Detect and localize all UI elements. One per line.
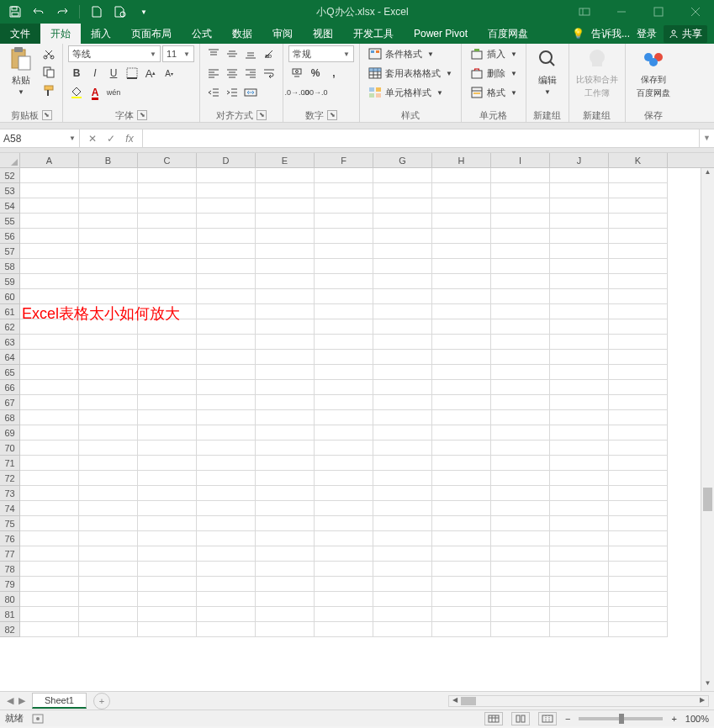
cell[interactable] (79, 577, 138, 592)
cell[interactable] (79, 501, 138, 516)
cell[interactable] (432, 168, 491, 183)
cell[interactable] (373, 289, 432, 304)
italic-button[interactable]: I (87, 65, 103, 82)
zoom-out-button[interactable]: − (565, 714, 570, 724)
cell[interactable] (373, 304, 432, 319)
tab-home[interactable]: 开始 (40, 24, 81, 44)
sheet-nav-prev-icon[interactable]: ◀ (7, 695, 13, 706)
align-top-icon[interactable] (205, 45, 222, 62)
cell[interactable] (491, 607, 550, 622)
cell[interactable] (373, 335, 432, 350)
maximize-icon[interactable] (640, 0, 677, 24)
cell[interactable] (550, 471, 609, 486)
cell[interactable] (20, 289, 79, 304)
tab-power-pivot[interactable]: Power Pivot (404, 24, 478, 44)
cell[interactable] (197, 380, 256, 395)
row-header[interactable]: 77 (0, 546, 20, 562)
cell[interactable] (138, 365, 197, 380)
cell[interactable] (256, 456, 315, 471)
cell[interactable] (491, 501, 550, 516)
row-header[interactable]: 62 (0, 319, 20, 335)
cell[interactable] (20, 471, 79, 486)
cell[interactable] (609, 516, 668, 531)
row-header[interactable]: 76 (0, 531, 20, 546)
decrease-indent-icon[interactable] (205, 84, 222, 101)
cell[interactable] (79, 198, 138, 214)
cell[interactable] (79, 607, 138, 622)
cell[interactable] (373, 319, 432, 335)
cell[interactable] (197, 531, 256, 546)
cell[interactable] (609, 622, 668, 637)
cell[interactable] (20, 577, 79, 592)
cell[interactable] (79, 516, 138, 531)
row-header[interactable]: 81 (0, 607, 20, 622)
cell[interactable] (432, 319, 491, 335)
cell[interactable] (373, 395, 432, 410)
formula-input[interactable] (143, 129, 699, 147)
cell[interactable] (373, 501, 432, 516)
cell[interactable] (79, 214, 138, 229)
cell[interactable] (197, 274, 256, 289)
cell[interactable] (432, 335, 491, 350)
cell[interactable] (550, 592, 609, 607)
name-box[interactable]: A58▼ (0, 129, 80, 147)
cell[interactable] (373, 440, 432, 456)
cell[interactable] (491, 622, 550, 637)
cell[interactable] (432, 440, 491, 456)
row-header[interactable]: 73 (0, 486, 20, 501)
format-cells-button[interactable]: 格式▼ (467, 84, 521, 101)
cell[interactable] (315, 274, 373, 289)
tab-developer[interactable]: 开发工具 (343, 24, 404, 44)
cell[interactable] (20, 546, 79, 562)
cell[interactable] (609, 410, 668, 425)
redo-icon[interactable] (52, 2, 72, 22)
cell[interactable] (79, 168, 138, 183)
comma-icon[interactable]: , (325, 65, 342, 82)
cancel-formula-icon[interactable]: ✕ (85, 133, 100, 145)
cell[interactable] (373, 214, 432, 229)
cell[interactable] (491, 440, 550, 456)
row-header[interactable]: 58 (0, 259, 20, 274)
minimize-icon[interactable] (603, 0, 640, 24)
cell[interactable] (491, 546, 550, 562)
cell[interactable] (20, 259, 79, 274)
cell[interactable] (20, 440, 79, 456)
cell[interactable] (609, 380, 668, 395)
column-header[interactable]: H (432, 153, 491, 167)
cell[interactable] (609, 501, 668, 516)
cell[interactable] (550, 440, 609, 456)
cell[interactable] (256, 592, 315, 607)
cell[interactable] (138, 456, 197, 471)
ribbon-options-icon[interactable] (566, 0, 603, 24)
cell[interactable] (432, 531, 491, 546)
row-header[interactable]: 53 (0, 183, 20, 198)
cell[interactable] (315, 214, 373, 229)
zoom-level[interactable]: 100% (685, 714, 709, 724)
cell[interactable] (609, 350, 668, 365)
cell[interactable] (373, 168, 432, 183)
cell[interactable] (79, 183, 138, 198)
cell[interactable] (491, 229, 550, 244)
cell[interactable] (138, 214, 197, 229)
cell[interactable] (197, 304, 256, 319)
cell[interactable] (197, 319, 256, 335)
cell[interactable] (315, 229, 373, 244)
row-header[interactable]: 54 (0, 198, 20, 214)
cell[interactable] (373, 183, 432, 198)
row-header[interactable]: 66 (0, 380, 20, 395)
cell[interactable] (79, 335, 138, 350)
row-header[interactable]: 72 (0, 471, 20, 486)
row-header[interactable]: 71 (0, 456, 20, 471)
cell[interactable] (609, 471, 668, 486)
cell[interactable] (491, 562, 550, 577)
cell[interactable] (491, 350, 550, 365)
cell[interactable] (256, 229, 315, 244)
vscroll-thumb[interactable] (703, 488, 712, 511)
cell[interactable] (197, 395, 256, 410)
cell[interactable] (315, 168, 373, 183)
cell[interactable] (550, 198, 609, 214)
cell[interactable] (20, 214, 79, 229)
sheet-tab-active[interactable]: Sheet1 (32, 693, 87, 709)
cell[interactable] (373, 198, 432, 214)
cell[interactable] (315, 471, 373, 486)
